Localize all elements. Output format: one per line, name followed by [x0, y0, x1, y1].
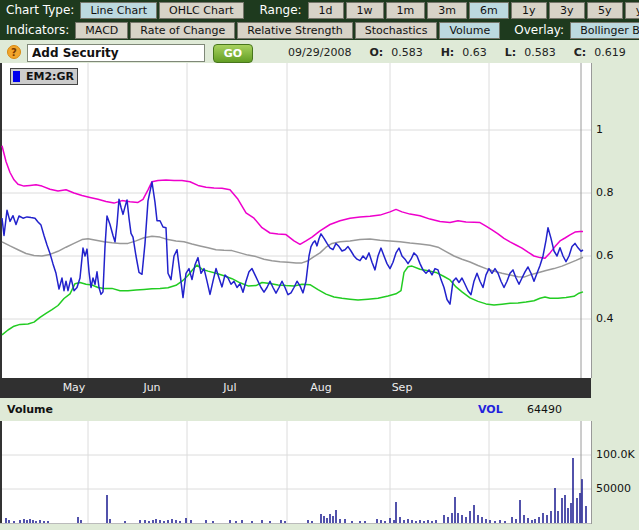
quote-date: 09/29/2008 — [288, 46, 351, 59]
range-button-ytd[interactable]: ytd — [625, 2, 639, 19]
volume-bar — [465, 517, 467, 523]
indicator-buttons: MACDRate of ChangeRelative StrengthStoch… — [75, 22, 502, 39]
volume-bar — [167, 520, 169, 523]
overlay-buttons: Bollinger Bands — [570, 22, 639, 39]
indicators-label: Indicators: — [0, 23, 75, 37]
go-button[interactable]: GO — [213, 44, 253, 63]
volume-bar — [344, 519, 346, 523]
volume-bar — [359, 521, 361, 523]
indicator-button-relative-strength[interactable]: Relative Strength — [237, 22, 352, 39]
volume-bar — [5, 518, 7, 523]
volume-bar — [461, 515, 463, 523]
volume-bar — [395, 502, 397, 523]
volume-bar — [280, 520, 282, 523]
help-icon[interactable]: ? — [7, 45, 21, 59]
legend-symbol: EM2:GR — [26, 70, 74, 83]
volume-bar — [376, 519, 378, 523]
range-button-1w[interactable]: 1w — [346, 2, 384, 19]
y-axis-label-0.6: 0.6 — [596, 249, 614, 262]
volume-bar — [419, 520, 421, 523]
range-button-1d[interactable]: 1d — [308, 2, 344, 19]
volume-bar — [212, 521, 214, 523]
volume-bar — [171, 519, 173, 523]
volume-bar — [550, 511, 552, 523]
volume-bar — [415, 521, 417, 523]
volume-bar — [534, 519, 536, 523]
volume-bar — [364, 521, 366, 523]
volume-bar — [567, 508, 569, 523]
legend-color-swatch — [13, 71, 20, 82]
bollinger-upper-line — [2, 146, 583, 258]
indicators-toolbar: Indicators: MACDRate of ChangeRelative S… — [0, 20, 639, 40]
volume-bar — [435, 520, 437, 523]
volume-bar — [35, 521, 37, 523]
range-button-5y[interactable]: 5y — [587, 2, 623, 19]
volume-bar — [523, 515, 525, 523]
volume-bar — [13, 521, 15, 523]
volume-bar — [485, 519, 487, 523]
volume-chart-panel[interactable] — [0, 421, 592, 524]
chart-type-toolbar: Chart Type: Line ChartOHLC Chart Range: … — [0, 0, 639, 20]
volume-bar — [185, 518, 187, 523]
indicator-button-rate-of-change[interactable]: Rate of Change — [130, 22, 235, 39]
price-chart-panel[interactable]: EM2:GR — [0, 63, 592, 378]
range-button-1m[interactable]: 1m — [386, 2, 426, 19]
range-button-3y[interactable]: 3y — [549, 2, 585, 19]
add-security-input[interactable] — [27, 44, 205, 62]
range-button-1y[interactable]: 1y — [511, 2, 547, 19]
indicator-button-stochastics[interactable]: Stochastics — [355, 22, 438, 39]
volume-bar — [564, 495, 566, 523]
x-axis-label-aug: Aug — [310, 381, 331, 394]
volume-bar — [261, 520, 263, 523]
volume-bar — [457, 513, 459, 523]
volume-bar — [477, 515, 479, 523]
indicator-button-volume[interactable]: Volume — [439, 22, 500, 39]
x-axis-label-jul: Jul — [223, 381, 236, 394]
volume-header: Volume VOL 64490 — [0, 398, 639, 421]
volume-title: Volume — [7, 403, 53, 416]
volume-bar — [269, 521, 271, 523]
range-button-3m[interactable]: 3m — [427, 2, 467, 19]
x-axis-band — [0, 378, 591, 398]
range-button-6m[interactable]: 6m — [469, 2, 509, 19]
volume-bar — [546, 515, 548, 523]
volume-bar — [389, 518, 391, 523]
y-axis-label-0.4: 0.4 — [596, 312, 614, 325]
volume-bar — [554, 488, 556, 523]
vol-value: 64490 — [527, 403, 562, 416]
close-value: 0.619 — [594, 46, 626, 59]
overlay-button-bollinger-bands[interactable]: Bollinger Bands — [570, 22, 639, 39]
volume-bar — [531, 520, 533, 523]
volume-bar — [284, 521, 286, 523]
volume-bar — [39, 520, 41, 523]
volume-bar — [326, 518, 328, 523]
volume-axis-label-50000: 50000 — [596, 482, 631, 495]
chart-type-button-line-chart[interactable]: Line Chart — [80, 2, 157, 19]
high-label: H: — [441, 46, 455, 59]
volume-bar — [251, 521, 253, 523]
volume-axis-label-100.0K: 100.0K — [596, 448, 635, 461]
volume-bar — [80, 520, 82, 523]
volume-bar — [335, 510, 337, 523]
volume-bar — [155, 519, 157, 523]
volume-bar — [407, 519, 409, 523]
volume-bar — [77, 517, 79, 523]
chart-type-button-ohlc-chart[interactable]: OHLC Chart — [159, 2, 243, 19]
volume-bar — [19, 520, 21, 523]
volume-bar — [152, 520, 154, 523]
indicator-button-macd[interactable]: MACD — [75, 22, 128, 39]
volume-bar — [29, 519, 31, 523]
volume-bar — [393, 520, 395, 523]
volume-bar — [8, 520, 10, 523]
volume-bar — [481, 517, 483, 523]
volume-bar — [454, 497, 456, 523]
charting-app: Chart Type: Line ChartOHLC Chart Range: … — [0, 0, 639, 530]
volume-bar — [175, 520, 177, 523]
legend-chip[interactable]: EM2:GR — [10, 68, 78, 85]
volume-bar — [32, 520, 34, 523]
volume-bar — [489, 520, 491, 523]
volume-bar — [527, 518, 529, 523]
volume-bar — [179, 521, 181, 523]
volume-bar — [561, 498, 563, 523]
volume-bar — [26, 520, 28, 523]
